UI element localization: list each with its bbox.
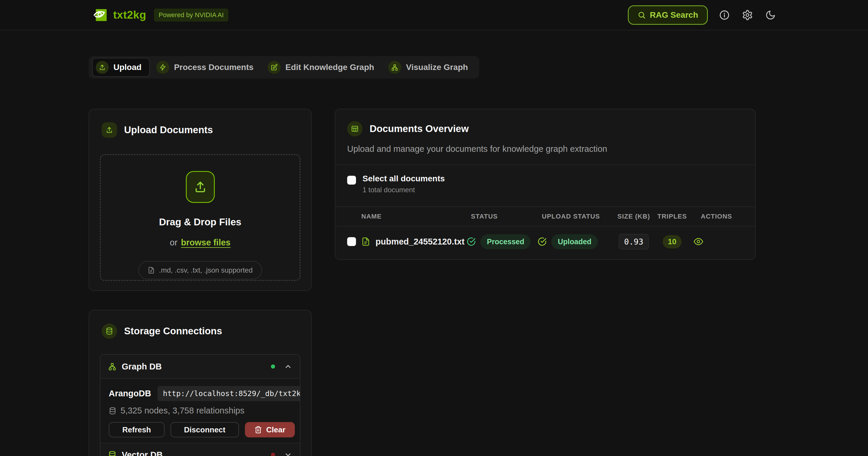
storage-accordion: Graph DB [100, 354, 301, 456]
graph-db-label: Graph DB [122, 362, 162, 371]
supported-formats-label: .md, .csv, .txt, .json supported [159, 266, 253, 274]
chevron-up-icon[interactable] [284, 362, 292, 371]
chevron-down-icon[interactable] [284, 451, 292, 456]
disconnect-button-label: Disconnect [184, 425, 225, 434]
column-header-status: STATUS [467, 213, 538, 220]
clear-button[interactable]: Clear [245, 422, 295, 437]
column-header-size: SIZE (KB) [612, 213, 656, 220]
select-all-checkbox[interactable] [347, 176, 356, 185]
vector-db-section-header[interactable]: Vector DB [100, 443, 300, 456]
powered-by-badge: Powered by NVIDIA AI [154, 8, 228, 22]
trash-icon [254, 426, 262, 433]
status-badge: Processed [480, 234, 531, 249]
browse-files-link[interactable]: browse files [181, 238, 231, 248]
tab-bar: Upload Process Documents Edit Knowledge … [89, 56, 479, 78]
tab-edit-knowledge-graph[interactable]: Edit Knowledge Graph [265, 59, 382, 76]
upload-status-badge: Uploaded [551, 234, 598, 249]
check-circle-icon [538, 237, 547, 246]
storage-connections-card: Storage Connections Graph DB [89, 310, 312, 456]
nvidia-logo-icon [94, 8, 107, 22]
column-header-triples: TRIPLES [656, 213, 688, 220]
column-header-name: NAME [347, 213, 467, 220]
moon-icon [765, 10, 776, 21]
dropzone-title: Drag & Drop Files [159, 217, 241, 228]
tab-visualize-graph-label: Visualize Graph [406, 63, 468, 72]
tab-visualize-graph[interactable]: Visualize Graph [385, 59, 476, 76]
zap-icon [156, 61, 169, 74]
dropzone-or-text: or [170, 238, 178, 248]
upload-icon [96, 61, 109, 74]
tab-edit-knowledge-graph-label: Edit Knowledge Graph [285, 63, 374, 72]
file-text-icon [361, 237, 370, 246]
info-icon [719, 9, 730, 21]
file-text-icon [148, 267, 155, 274]
refresh-button-label: Refresh [122, 425, 151, 434]
graph-nodes-icon [388, 61, 401, 74]
app-title: txt2kg [113, 9, 146, 21]
app-header: txt2kg Powered by NVIDIA AI RAG Search [0, 0, 868, 30]
tab-upload-label: Upload [114, 63, 142, 72]
rag-search-button[interactable]: RAG Search [628, 5, 708, 25]
table-row: pubmed_24552120.txt Processed [335, 227, 755, 257]
graph-nodes-icon [108, 362, 116, 371]
table-header-row: NAME STATUS UPLOAD STATUS SIZE (KB) TRIP… [335, 206, 755, 227]
theme-toggle-button[interactable] [764, 8, 777, 22]
graph-db-provider: ArangoDB [109, 389, 151, 398]
graph-db-status-dot [271, 364, 275, 368]
tab-process-documents-label: Process Documents [174, 63, 253, 72]
documents-card-title: Documents Overview [370, 123, 469, 134]
graph-db-section-header[interactable]: Graph DB [100, 355, 300, 378]
clear-button-label: Clear [266, 425, 285, 434]
upload-documents-card: Upload Documents Drag & Drop Files or br… [89, 109, 312, 291]
column-header-actions: ACTIONS [688, 213, 745, 220]
graph-db-section-body: ArangoDB http://localhost:8529/_db/txt2k… [100, 378, 300, 443]
dropzone[interactable]: Drag & Drop Files or browse files .md, .… [100, 154, 301, 281]
select-all-label: Select all documents [363, 174, 445, 184]
tab-process-documents[interactable]: Process Documents [153, 59, 261, 76]
graph-db-stats: 5,325 nodes, 3,758 relationships [121, 406, 244, 416]
info-button[interactable] [718, 8, 731, 22]
upload-card-title: Upload Documents [124, 124, 213, 136]
documents-table: NAME STATUS UPLOAD STATUS SIZE (KB) TRIP… [335, 206, 755, 257]
search-icon [638, 11, 646, 19]
tab-upload[interactable]: Upload [92, 58, 150, 77]
database-icon [108, 451, 116, 456]
vector-db-status-dot [271, 453, 275, 456]
eye-icon [694, 237, 703, 246]
check-circle-icon [467, 237, 476, 246]
upload-icon [186, 171, 215, 203]
storage-card-title: Storage Connections [124, 325, 222, 337]
graph-db-url: http://localhost:8529/_db/txt2kg [157, 386, 301, 401]
table-grid-icon [347, 121, 363, 136]
database-icon [102, 323, 117, 339]
size-value: 0.93 [619, 234, 649, 250]
total-documents-label: 1 total document [363, 186, 445, 194]
triples-badge: 10 [663, 235, 682, 249]
rag-search-label: RAG Search [650, 10, 698, 20]
column-header-upload-status: UPLOAD STATUS [538, 213, 612, 220]
refresh-button[interactable]: Refresh [109, 422, 164, 437]
view-document-button[interactable] [694, 237, 703, 246]
documents-card-subtitle: Upload and manage your documents for kno… [347, 144, 743, 154]
gear-icon [742, 9, 753, 21]
database-icon [109, 407, 116, 415]
disconnect-button[interactable]: Disconnect [170, 422, 239, 437]
supported-formats-pill: .md, .csv, .txt, .json supported [138, 261, 262, 280]
documents-overview-card: Documents Overview Upload and manage you… [335, 109, 756, 260]
settings-button[interactable] [741, 8, 754, 22]
upload-icon [102, 122, 117, 138]
row-checkbox[interactable] [347, 237, 356, 246]
edit-icon [268, 61, 281, 74]
document-name: pubmed_24552120.txt [375, 237, 464, 247]
vector-db-label: Vector DB [122, 450, 163, 456]
